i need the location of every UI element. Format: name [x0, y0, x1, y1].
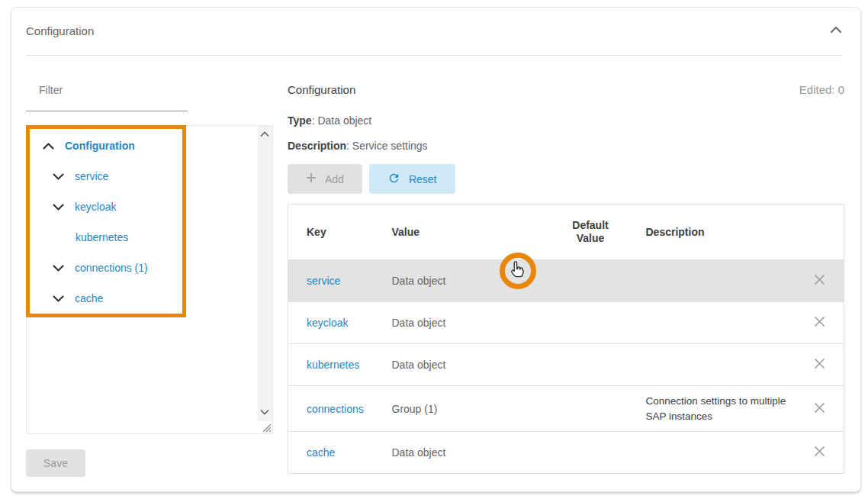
tree-node-label[interactable]: connections (1): [75, 262, 148, 274]
tree-node-label[interactable]: Configuration: [65, 140, 135, 152]
resize-grip-icon[interactable]: [261, 422, 272, 433]
scroll-up-icon[interactable]: [259, 131, 270, 137]
card-title: Configuration: [26, 24, 94, 38]
row-default-value: [554, 302, 628, 344]
col-header-default-value: Default Value: [554, 204, 628, 260]
delete-row-button[interactable]: [813, 357, 826, 370]
tree-node-cache[interactable]: cache: [27, 283, 272, 314]
reset-button[interactable]: Reset: [369, 164, 455, 194]
row-key-link[interactable]: cache: [288, 432, 374, 474]
type-line: Type: Data object: [288, 114, 844, 127]
configuration-card: Configuration Filter Configuratio: [11, 7, 861, 492]
table-row-connections[interactable]: connections Group (1) Connection setting…: [288, 386, 844, 432]
row-value: Group (1): [374, 386, 554, 432]
delete-row-button[interactable]: [813, 445, 826, 458]
chevron-down-icon[interactable]: [53, 173, 64, 180]
table-row-cache[interactable]: cache Data object: [288, 432, 844, 474]
row-default-value: [554, 344, 628, 386]
row-key-link[interactable]: service: [288, 260, 374, 302]
table-row-service[interactable]: service Data object: [288, 260, 844, 302]
tree-node-label[interactable]: keycloak: [75, 201, 116, 213]
tree-node-label[interactable]: kubernetes: [76, 231, 128, 243]
row-value: Data object: [374, 302, 554, 344]
table-header-row: Key Value Default Value Description: [288, 204, 844, 260]
col-header-value: Value: [374, 204, 554, 260]
row-description: Connection settings to multiple SAP inst…: [628, 386, 796, 432]
row-key-link[interactable]: keycloak: [288, 302, 374, 344]
add-button-label: Add: [325, 173, 344, 185]
chevron-up-icon: [830, 24, 842, 36]
row-key-link[interactable]: kubernetes: [288, 344, 374, 386]
row-description: [628, 302, 796, 344]
type-label: Type: [288, 114, 312, 127]
col-header-key: Key: [288, 204, 374, 260]
delete-row-button[interactable]: [813, 401, 826, 414]
col-header-actions: [796, 204, 844, 260]
plus-icon: [306, 172, 317, 185]
tree-sidebar: Filter Configuration servi: [26, 56, 273, 477]
description-value: : Service settings: [346, 140, 428, 152]
scroll-down-icon[interactable]: [259, 409, 270, 415]
close-icon: [813, 319, 826, 330]
row-description: [628, 432, 796, 474]
card-header: Configuration: [11, 8, 860, 38]
chevron-up-icon[interactable]: [43, 143, 54, 150]
col-header-description: Description: [628, 204, 796, 260]
details-title: Configuration: [288, 83, 355, 96]
tree-node-connections[interactable]: connections (1): [27, 253, 272, 283]
delete-row-button[interactable]: [813, 273, 826, 286]
chevron-down-icon[interactable]: [53, 265, 64, 272]
filter-placeholder: Filter: [26, 84, 188, 96]
configuration-table: Key Value Default Value Description serv…: [288, 204, 844, 474]
refresh-icon: [387, 172, 400, 187]
row-default-value: [554, 386, 628, 432]
table-row-kubernetes[interactable]: kubernetes Data object: [288, 344, 844, 386]
tree-panel: Configuration service keycloak: [26, 125, 273, 434]
row-default-value: [554, 260, 628, 302]
close-icon: [813, 361, 826, 372]
configuration-tree: Configuration service keycloak: [27, 126, 272, 314]
close-icon: [813, 277, 826, 288]
save-button[interactable]: Save: [26, 449, 85, 477]
row-key-link[interactable]: connections: [288, 386, 374, 432]
table-row-keycloak[interactable]: keycloak Data object: [288, 302, 844, 344]
description-label: Description: [288, 140, 346, 152]
tree-scrollbar[interactable]: [258, 126, 272, 421]
edited-counter: Edited: 0: [799, 83, 844, 96]
delete-row-button[interactable]: [813, 315, 826, 328]
row-value: Data object: [374, 432, 554, 474]
tree-node-label[interactable]: service: [75, 170, 108, 182]
row-value: Data object: [374, 260, 554, 302]
reset-button-label: Reset: [409, 173, 437, 185]
tree-node-keycloak[interactable]: keycloak: [27, 192, 272, 222]
row-default-value: [554, 432, 628, 474]
description-line: Description: Service settings: [288, 140, 844, 152]
details-panel: Configuration Edited: 0 Type: Data objec…: [288, 56, 844, 477]
tree-node-service[interactable]: service: [27, 161, 272, 192]
chevron-down-icon[interactable]: [53, 204, 64, 211]
type-value: : Data object: [312, 114, 372, 127]
close-icon: [813, 449, 826, 460]
add-button[interactable]: Add: [288, 164, 362, 194]
row-description: [628, 344, 796, 386]
collapse-section-button[interactable]: [830, 26, 842, 34]
filter-input[interactable]: Filter: [26, 84, 188, 111]
tree-node-kubernetes[interactable]: kubernetes: [27, 222, 272, 253]
chevron-down-icon[interactable]: [53, 295, 64, 302]
tree-node-label[interactable]: cache: [75, 292, 103, 304]
tree-node-configuration[interactable]: Configuration: [27, 130, 272, 161]
row-description: [628, 260, 796, 302]
close-icon: [813, 405, 826, 417]
row-value: Data object: [374, 344, 554, 386]
